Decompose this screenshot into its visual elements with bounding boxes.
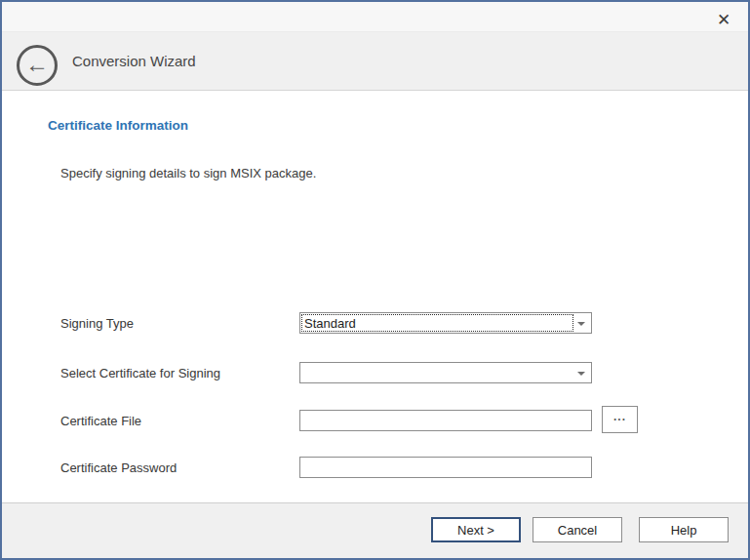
certificate-file-label: Certificate File <box>60 414 141 428</box>
page-title: Certificate Information <box>48 118 188 133</box>
signing-type-label: Signing Type <box>60 316 134 331</box>
certificate-password-input[interactable] <box>299 457 592 478</box>
select-certificate-label: Select Certificate for Signing <box>60 366 220 380</box>
certificate-password-label: Certificate Password <box>60 460 177 475</box>
conversion-wizard-dialog: ✕ ← Conversion Wizard Certificate Inform… <box>0 0 750 560</box>
wizard-title: Conversion Wizard <box>72 32 196 90</box>
certificate-file-input[interactable] <box>299 410 592 431</box>
back-arrow-icon: ← <box>25 53 49 76</box>
back-button[interactable]: ← <box>17 45 58 86</box>
title-bar: ✕ <box>2 2 748 31</box>
chevron-down-icon <box>577 322 585 326</box>
help-button[interactable]: Help <box>639 517 729 542</box>
browse-button[interactable]: ... <box>602 406 638 433</box>
next-button[interactable]: Next > <box>431 517 521 542</box>
signing-type-value: Standard <box>304 313 356 333</box>
select-certificate-combobox[interactable] <box>299 362 592 383</box>
button-bar: Next > Cancel Help <box>2 502 748 558</box>
page-description: Specify signing details to sign MSIX pac… <box>60 166 316 180</box>
wizard-banner: ← Conversion Wizard <box>2 31 748 91</box>
close-icon[interactable]: ✕ <box>712 9 735 30</box>
cancel-button[interactable]: Cancel <box>533 517 622 542</box>
chevron-down-icon <box>577 372 585 376</box>
wizard-content: Certificate Information Specify signing … <box>2 92 748 502</box>
signing-type-combobox[interactable]: Standard <box>299 312 592 334</box>
